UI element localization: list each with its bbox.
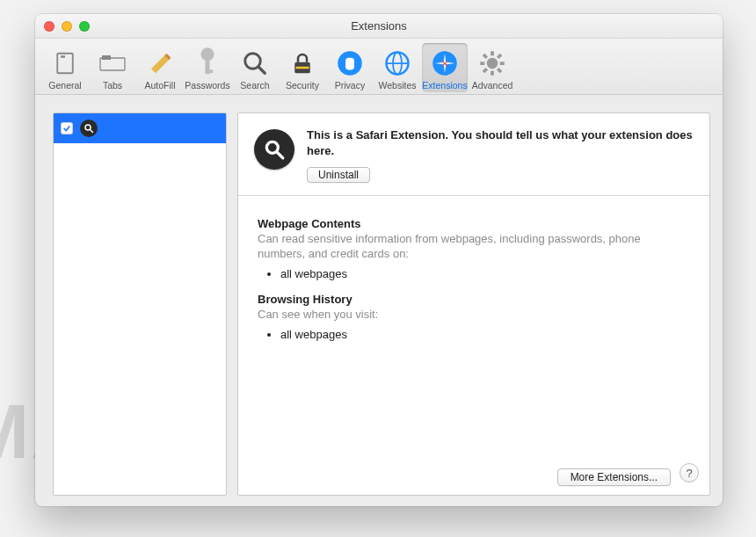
security-icon: [289, 50, 316, 76]
extension-description: This is a Safari Extension. You should t…: [307, 127, 694, 158]
list-item: all webpages: [280, 267, 690, 280]
tab-extensions[interactable]: Extensions: [422, 43, 468, 92]
extensions-sidebar: [53, 112, 227, 496]
tabs-icon: [99, 50, 126, 76]
permission-heading: Browsing History: [258, 293, 690, 306]
sidebar-item[interactable]: [54, 113, 226, 143]
tab-passwords[interactable]: Passwords: [185, 43, 230, 92]
permission-description: Can read sensitive information from webp…: [258, 232, 690, 262]
tab-advanced[interactable]: Advanced: [469, 43, 515, 92]
permission-heading: Webpage Contents: [258, 217, 690, 230]
tab-label: Security: [286, 80, 319, 91]
svg-line-25: [498, 69, 501, 72]
svg-rect-3: [102, 55, 111, 60]
svg-line-29: [91, 130, 93, 133]
svg-rect-6: [206, 70, 214, 74]
tab-label: Extensions: [422, 80, 467, 91]
extensions-icon: [432, 50, 458, 76]
svg-line-26: [483, 69, 487, 72]
svg-rect-2: [100, 58, 125, 70]
svg-line-24: [483, 54, 487, 58]
magnifier-icon: [254, 129, 294, 170]
window-title: Extensions: [351, 19, 407, 33]
tab-general[interactable]: General: [42, 43, 88, 92]
list-item: all webpages: [280, 328, 690, 341]
tab-tabs[interactable]: Tabs: [90, 43, 135, 92]
tab-label: Websites: [379, 80, 417, 91]
permission-description: Can see when you visit:: [258, 308, 690, 323]
minimize-icon[interactable]: [62, 21, 72, 32]
tab-autofill[interactable]: AutoFill: [137, 43, 183, 92]
privacy-icon: [337, 50, 363, 76]
titlebar: Extensions: [35, 14, 723, 39]
tab-security[interactable]: Security: [280, 43, 325, 92]
tab-label: Tabs: [103, 80, 122, 91]
advanced-icon: [479, 50, 505, 76]
svg-line-8: [258, 67, 265, 74]
uninstall-button[interactable]: Uninstall: [307, 167, 370, 183]
enable-checkbox[interactable]: [61, 122, 73, 134]
tab-search[interactable]: Search: [232, 43, 278, 92]
websites-icon: [384, 50, 411, 76]
magnifier-icon: [80, 120, 98, 137]
svg-line-31: [277, 152, 283, 158]
svg-line-27: [498, 54, 501, 58]
svg-rect-10: [296, 67, 309, 69]
permission-list: all webpages: [258, 328, 690, 341]
tab-label: General: [48, 80, 81, 91]
close-icon[interactable]: [44, 21, 55, 32]
tab-websites[interactable]: Websites: [374, 43, 420, 92]
tab-label: Advanced: [472, 80, 513, 91]
general-icon: [52, 50, 78, 76]
passwords-icon: [194, 50, 221, 76]
traffic-lights: [44, 21, 90, 32]
preferences-window: Extensions General Tabs AutoFill Pa: [35, 14, 723, 506]
search-icon: [242, 50, 268, 76]
tab-label: Passwords: [185, 80, 229, 91]
content-area: This is a Safari Extension. You should t…: [35, 95, 723, 506]
more-extensions-button[interactable]: More Extensions...: [557, 468, 671, 486]
permissions-section: Webpage Contents Can read sensitive info…: [238, 196, 709, 374]
svg-point-19: [487, 58, 498, 69]
preferences-toolbar: General Tabs AutoFill Passwords Search: [35, 39, 723, 95]
tab-privacy[interactable]: Privacy: [327, 43, 373, 92]
extension-detail: This is a Safari Extension. You should t…: [237, 112, 710, 496]
permission-list: all webpages: [258, 267, 690, 280]
detail-header: This is a Safari Extension. You should t…: [238, 113, 709, 196]
zoom-icon[interactable]: [79, 21, 90, 32]
help-button[interactable]: ?: [680, 463, 699, 483]
svg-rect-12: [345, 58, 354, 70]
detail-footer: More Extensions... ?: [557, 460, 699, 486]
tab-label: Privacy: [335, 80, 365, 91]
tab-label: Search: [240, 80, 269, 91]
tab-label: AutoFill: [144, 80, 175, 91]
svg-rect-1: [61, 55, 65, 58]
autofill-icon: [147, 50, 173, 76]
